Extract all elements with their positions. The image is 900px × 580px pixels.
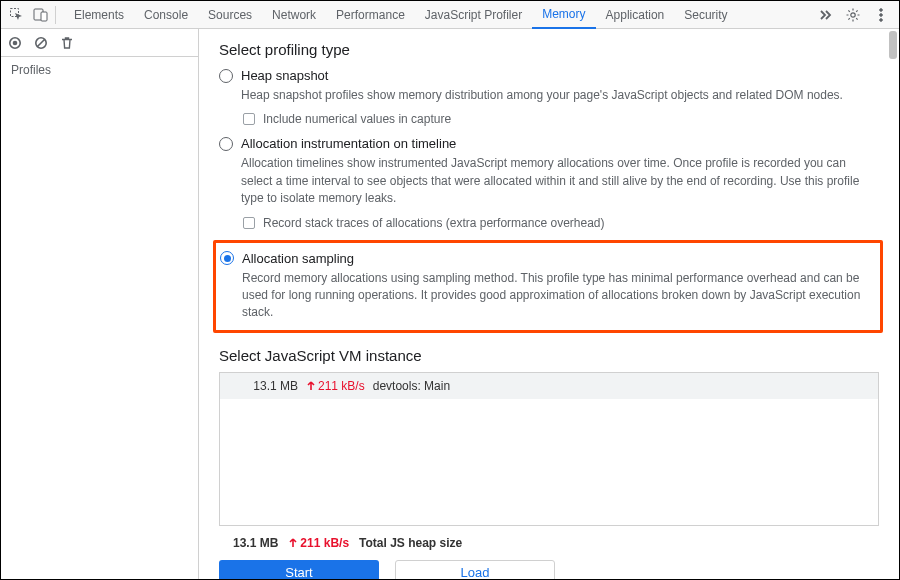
tab-performance[interactable]: Performance <box>326 1 415 28</box>
subopt-include-numeric[interactable]: Include numerical values in capture <box>243 112 879 126</box>
radio-allocation-sampling[interactable] <box>220 251 234 265</box>
subopt-label: Include numerical values in capture <box>263 112 451 126</box>
sidebar-heading: Profiles <box>1 57 198 83</box>
kebab-menu-icon[interactable] <box>872 6 890 24</box>
option-desc: Heap snapshot profiles show memory distr… <box>241 87 879 104</box>
vm-rate: 211 kB/s <box>306 379 365 393</box>
option-desc: Allocation timelines show instrumented J… <box>241 155 879 207</box>
profiling-type-heading: Select profiling type <box>219 41 879 58</box>
start-button[interactable]: Start <box>219 560 379 579</box>
option-desc: Record memory allocations using sampling… <box>242 270 872 322</box>
vm-mem: 13.1 MB <box>234 379 298 393</box>
total-mem: 13.1 MB <box>233 536 278 550</box>
vm-instance-heading: Select JavaScript VM instance <box>219 347 879 364</box>
panel-tabs: Elements Console Sources Network Perform… <box>64 1 811 28</box>
scrollbar-thumb[interactable] <box>889 31 897 59</box>
record-icon[interactable] <box>7 35 23 51</box>
highlighted-option: Allocation sampling Record memory alloca… <box>213 240 883 333</box>
subopt-label: Record stack traces of allocations (extr… <box>263 216 605 230</box>
delete-icon[interactable] <box>59 35 75 51</box>
clear-icon[interactable] <box>33 35 49 51</box>
trend-up-icon <box>306 381 316 391</box>
devtools-tabstrip: Elements Console Sources Network Perform… <box>1 1 899 29</box>
tab-memory[interactable]: Memory <box>532 1 595 29</box>
subopt-stack-traces[interactable]: Record stack traces of allocations (extr… <box>243 216 879 230</box>
vm-name: devtools: Main <box>373 379 450 393</box>
heap-totals: 13.1 MB 211 kB/s Total JS heap size <box>219 526 879 556</box>
option-heap-snapshot[interactable]: Heap snapshot Heap snapshot profiles sho… <box>219 68 879 126</box>
svg-point-4 <box>880 8 883 11</box>
checkbox-include-numeric[interactable] <box>243 113 255 125</box>
tab-application[interactable]: Application <box>596 1 675 28</box>
total-rate: 211 kB/s <box>288 536 349 550</box>
total-label: Total JS heap size <box>359 536 462 550</box>
tab-console[interactable]: Console <box>134 1 198 28</box>
load-button[interactable]: Load <box>395 560 555 579</box>
inspect-icon[interactable] <box>8 6 26 24</box>
option-title: Allocation sampling <box>242 251 354 266</box>
radio-allocation-timeline[interactable] <box>219 137 233 151</box>
memory-panel-content: Select profiling type Heap snapshot Heap… <box>199 29 899 579</box>
tab-elements[interactable]: Elements <box>64 1 134 28</box>
radio-heap-snapshot[interactable] <box>219 69 233 83</box>
svg-point-3 <box>851 12 855 16</box>
svg-line-10 <box>37 39 45 47</box>
profiles-sidebar: Profiles <box>1 29 199 579</box>
svg-rect-2 <box>41 12 47 21</box>
checkbox-stack-traces[interactable] <box>243 217 255 229</box>
trend-up-icon <box>288 538 298 548</box>
tab-sources[interactable]: Sources <box>198 1 262 28</box>
option-allocation-sampling[interactable]: Allocation sampling Record memory alloca… <box>220 251 872 322</box>
svg-point-8 <box>13 40 18 45</box>
more-tabs-icon[interactable] <box>816 6 834 24</box>
svg-point-5 <box>880 13 883 16</box>
action-buttons: Start Load <box>219 556 879 579</box>
vm-instance-row[interactable]: 13.1 MB 211 kB/s devtools: Main <box>220 373 878 399</box>
tab-js-profiler[interactable]: JavaScript Profiler <box>415 1 532 28</box>
divider <box>55 6 56 24</box>
total-rate-value: 211 kB/s <box>300 536 349 550</box>
settings-gear-icon[interactable] <box>844 6 862 24</box>
option-title: Allocation instrumentation on timeline <box>241 136 456 151</box>
tab-security[interactable]: Security <box>674 1 737 28</box>
vm-rate-value: 211 kB/s <box>318 379 365 393</box>
svg-point-6 <box>880 18 883 21</box>
sidebar-toolbar <box>1 29 198 57</box>
tab-network[interactable]: Network <box>262 1 326 28</box>
vm-instance-list: 13.1 MB 211 kB/s devtools: Main <box>219 372 879 526</box>
option-title: Heap snapshot <box>241 68 328 83</box>
option-allocation-timeline[interactable]: Allocation instrumentation on timeline A… <box>219 136 879 229</box>
device-toggle-icon[interactable] <box>32 6 50 24</box>
